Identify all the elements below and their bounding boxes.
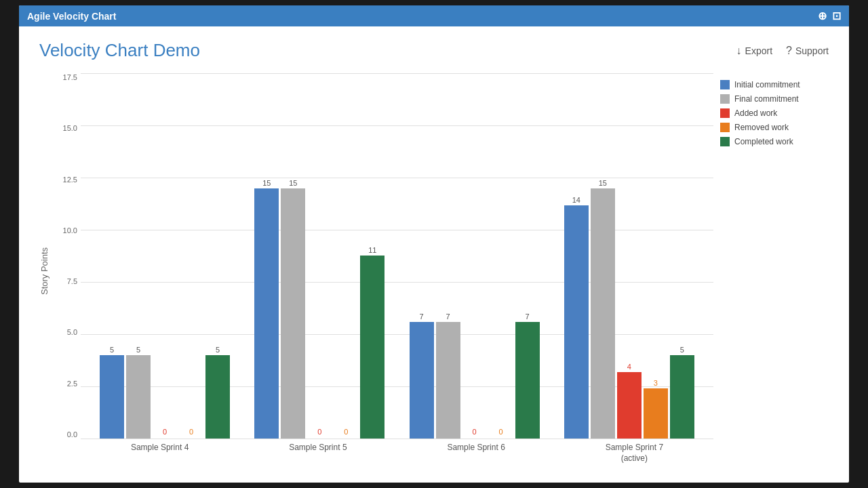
- bar-wrap-initial: 5: [100, 346, 124, 439]
- bar-value-label: 0: [344, 428, 348, 436]
- legend: Initial commitmentFinal commitmentAdded …: [713, 73, 829, 469]
- bar-wrap-initial: 7: [410, 312, 434, 439]
- bar-wrap-completed: 5: [670, 346, 694, 439]
- y-tick: 0.0: [67, 430, 81, 439]
- bar-wrap-added: 4: [617, 363, 642, 439]
- support-button[interactable]: ? Support: [786, 45, 829, 57]
- legend-item: Removed work: [720, 123, 829, 132]
- y-tick: 2.5: [67, 380, 81, 388]
- legend-label: Added work: [734, 108, 777, 118]
- content-area: Velocity Chart Demo ↓ Export ? Support S…: [19, 26, 849, 483]
- bar-completed: [515, 322, 540, 439]
- bar-wrap-completed: 7: [515, 312, 540, 439]
- bar-value-label: 0: [163, 428, 167, 436]
- titlebar-icons: ⊕ ⊡: [818, 9, 841, 22]
- sprint-bars: 55005: [100, 346, 230, 439]
- bar-initial: [100, 355, 124, 439]
- legend-item: Final commitment: [720, 94, 829, 104]
- y-tick: 7.5: [67, 277, 81, 285]
- sprint-group: 55005: [100, 346, 230, 439]
- bar-removed: [644, 388, 668, 439]
- x-axis-sprint-label: Sample Sprint 7 (active): [606, 443, 663, 464]
- legend-swatch: [720, 137, 730, 146]
- chart-main: 17.515.012.510.07.55.02.50.0550051515001…: [54, 73, 829, 469]
- bar-wrap-final: 5: [126, 346, 151, 439]
- bar-value-label: 4: [627, 363, 631, 371]
- bar-wrap-completed: 11: [360, 246, 384, 439]
- bar-value-label: 7: [526, 312, 530, 321]
- support-icon: ?: [786, 45, 792, 57]
- bar-wrap-removed: 0: [179, 428, 203, 439]
- bar-value-label: 3: [654, 379, 658, 387]
- y-tick: 5.0: [67, 328, 81, 336]
- bar-value-label: 5: [680, 346, 684, 354]
- x-axis-labels: Sample Sprint 4Sample Sprint 5Sample Spr…: [81, 439, 713, 469]
- bar-completed: [670, 355, 694, 439]
- bar-initial: [564, 205, 589, 439]
- bar-initial: [254, 188, 279, 439]
- collapse-icon[interactable]: ⊡: [832, 9, 841, 22]
- bar-completed: [360, 256, 384, 439]
- bar-wrap-final: 7: [436, 312, 460, 439]
- bars-area: 5500515150011770071415435: [81, 73, 713, 439]
- bar-value-label: 0: [317, 428, 321, 436]
- bar-value-label: 5: [216, 346, 220, 354]
- x-axis-sprint-label: Sample Sprint 4: [131, 443, 189, 453]
- bar-final: [436, 322, 460, 439]
- legend-item: Completed work: [720, 137, 829, 146]
- titlebar: Agile Velocity Chart ⊕ ⊡: [19, 5, 849, 26]
- legend-label: Initial commitment: [734, 80, 800, 89]
- bar-initial: [410, 322, 434, 439]
- legend-item: Added work: [720, 108, 829, 118]
- bar-final: [591, 188, 615, 439]
- bar-wrap-final: 15: [281, 179, 305, 439]
- sprint-bars: 15150011: [254, 179, 384, 439]
- bar-added: [617, 372, 642, 439]
- bar-wrap-final: 15: [591, 179, 615, 439]
- bar-value-label: 11: [368, 246, 376, 254]
- legend-swatch: [720, 123, 730, 132]
- bar-value-label: 5: [136, 346, 140, 354]
- bar-wrap-removed: 0: [334, 428, 358, 439]
- bar-value-label: 0: [473, 428, 477, 436]
- bar-final: [126, 355, 151, 439]
- bar-wrap-added: 0: [307, 428, 332, 439]
- y-tick: 17.5: [63, 73, 81, 81]
- x-axis-sprint-label: Sample Sprint 6: [447, 443, 505, 453]
- bar-wrap-added: 0: [153, 428, 177, 439]
- move-icon[interactable]: ⊕: [818, 9, 827, 22]
- bar-value-label: 0: [499, 428, 503, 436]
- sprint-bars: 1415435: [564, 179, 694, 439]
- legend-swatch: [720, 94, 730, 104]
- y-axis-label: Story Points: [39, 73, 50, 469]
- bar-completed: [205, 355, 230, 439]
- bar-wrap-added: 0: [462, 428, 487, 439]
- sprint-bars: 77007: [410, 312, 540, 439]
- window-title: Agile Velocity Chart: [27, 11, 116, 22]
- bar-value-label: 7: [420, 312, 424, 321]
- bar-wrap-completed: 5: [205, 346, 230, 439]
- legend-swatch: [720, 80, 730, 89]
- export-button[interactable]: ↓ Export: [736, 45, 772, 57]
- header-row: Velocity Chart Demo ↓ Export ? Support: [39, 40, 829, 61]
- legend-label: Removed work: [734, 123, 789, 132]
- bar-value-label: 0: [189, 428, 193, 436]
- bar-value-label: 15: [262, 179, 271, 187]
- chart-with-legend: 17.515.012.510.07.55.02.50.0550051515001…: [54, 73, 829, 469]
- legend-label: Completed work: [734, 137, 793, 146]
- sprint-group: 1415435: [564, 179, 694, 439]
- bar-final: [281, 188, 305, 439]
- bar-wrap-initial: 14: [564, 196, 589, 439]
- bar-wrap-removed: 3: [644, 379, 668, 439]
- sprint-group: 77007: [410, 312, 540, 439]
- bar-wrap-initial: 15: [254, 179, 279, 439]
- bar-value-label: 5: [110, 346, 114, 354]
- chart-plot: 17.515.012.510.07.55.02.50.0550051515001…: [54, 73, 713, 469]
- sprint-group: 15150011: [254, 179, 384, 439]
- y-tick: 12.5: [63, 176, 81, 184]
- page-title: Velocity Chart Demo: [39, 40, 200, 61]
- legend-item: Initial commitment: [720, 80, 829, 89]
- x-axis-sprint-label: Sample Sprint 5: [289, 443, 347, 453]
- legend-swatch: [720, 108, 730, 118]
- header-actions: ↓ Export ? Support: [736, 45, 829, 57]
